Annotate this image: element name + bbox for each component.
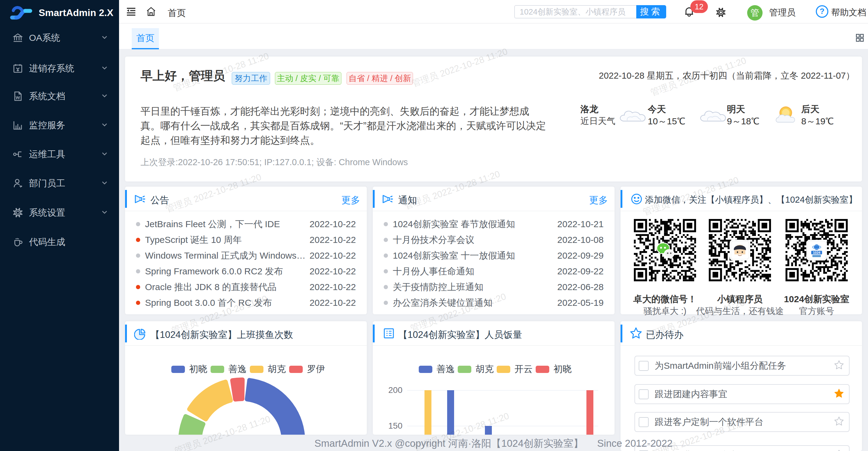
- svg-text:?: ?: [820, 7, 825, 16]
- svg-text:1024: 1024: [813, 251, 820, 254]
